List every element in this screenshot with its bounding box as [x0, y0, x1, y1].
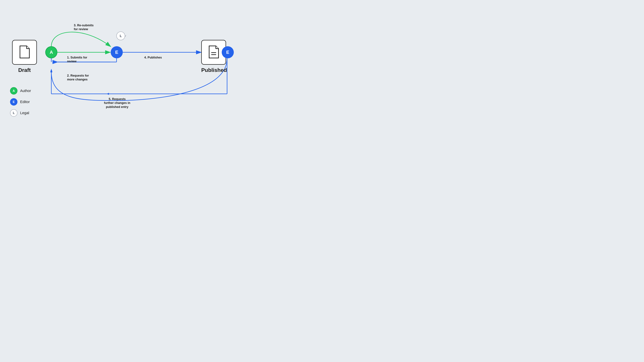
svg-marker-9	[50, 69, 52, 72]
legend-item-author: A Author	[10, 87, 31, 94]
draft-doc-icon	[18, 45, 30, 59]
author-role-circle: A	[45, 46, 57, 58]
diagram-canvas: ✓ Draft Published A E L E	[0, 0, 244, 137]
step-5-label: 5. Requestsfurther changes inpublished e…	[104, 97, 130, 109]
draft-document-box	[12, 40, 37, 65]
legend-circle-author: A	[10, 87, 18, 94]
legal-role-circle: L	[116, 31, 125, 40]
published-label: Published	[201, 67, 226, 73]
legend-circle-legal: L	[10, 109, 18, 117]
step-3-label: 3. Re-submitsfor review	[74, 23, 94, 31]
legend-circle-editor: E	[10, 98, 18, 106]
legend-label-author: Author	[20, 89, 31, 93]
legend-label-legal: Legal	[20, 111, 29, 115]
published-doc-icon	[208, 45, 220, 59]
draft-label: Draft	[12, 67, 37, 73]
svg-marker-14	[50, 69, 52, 72]
legend-item-legal: L Legal	[10, 109, 31, 117]
editor-role-circle-right: E	[222, 46, 234, 58]
step-1-label: 1. Submits forreview	[67, 56, 87, 63]
legend-item-editor: E Editor	[10, 98, 31, 106]
step-2-label: 2. Requests formore changes	[67, 74, 89, 82]
legend-label-editor: Editor	[20, 100, 30, 104]
step-4-label: 4. Publishes	[144, 56, 162, 59]
legend: A Author E Editor L Legal	[10, 87, 31, 117]
svg-marker-12	[106, 93, 109, 95]
editor-role-circle-center: E	[111, 46, 123, 58]
